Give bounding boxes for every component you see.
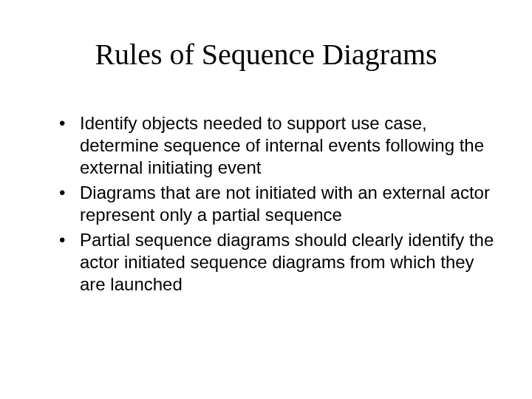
list-item: Partial sequence diagrams should clearly… [59, 229, 495, 296]
list-item: Identify objects needed to support use c… [59, 112, 495, 179]
bullet-list: Identify objects needed to support use c… [37, 112, 495, 296]
list-item: Diagrams that are not initiated with an … [59, 182, 495, 226]
slide-title: Rules of Sequence Diagrams [37, 37, 495, 72]
